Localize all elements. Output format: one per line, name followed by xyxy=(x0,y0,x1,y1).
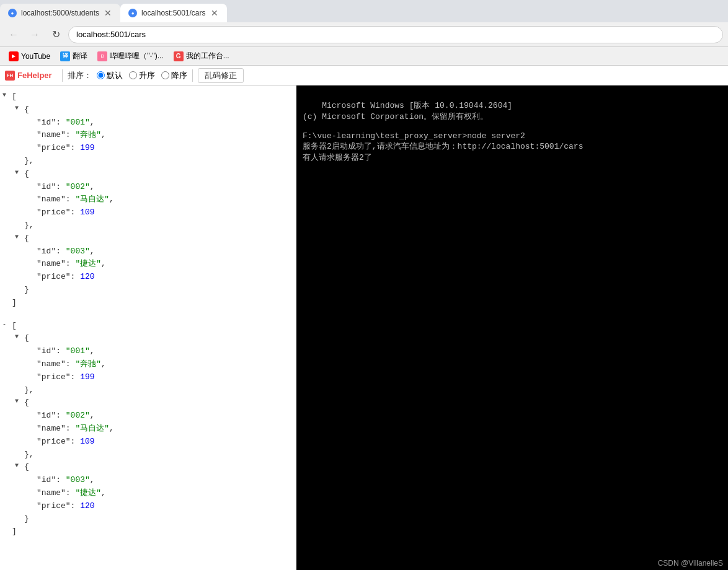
toggle-bottom-item-2[interactable]: ▼ xyxy=(15,397,22,406)
json-top-item-3-open: ▼ { xyxy=(2,232,294,245)
json-bottom-array-open: - [ xyxy=(2,320,294,333)
fehelper-brand-label: FeHelper xyxy=(17,71,52,80)
tab-cars[interactable]: ● localhost:5001/cars ✕ xyxy=(120,4,226,22)
json-bottom-item-1-price: "price": 199 xyxy=(2,371,294,384)
address-input[interactable] xyxy=(68,26,723,43)
json-bottom-item-1-id: "id": "001" , xyxy=(2,345,294,358)
toggle-top-item-1[interactable]: ▼ xyxy=(15,103,22,113)
json-top-array-close: ] xyxy=(2,297,294,310)
fehelper-radio-default-input[interactable] xyxy=(97,71,105,79)
bookmark-work[interactable]: G 我的工作台... xyxy=(170,50,233,63)
fehelper-radio-group: 默认 升序 降序 xyxy=(97,70,187,81)
bookmark-fanyi-label: 翻译 xyxy=(73,51,87,61)
main-area: ▼ [ ▼ { "id": "001" , "name": "奔驰" , xyxy=(0,86,728,570)
json-bottom-item-2-price: "price": 109 xyxy=(2,436,294,449)
toggle-top-item-3[interactable]: ▼ xyxy=(15,232,22,242)
json-top-item-2-close: } , xyxy=(2,219,294,232)
json-top-item-3-id: "id": "003" , xyxy=(2,245,294,258)
fehelper-radio-default-label: 默认 xyxy=(107,70,123,81)
json-bottom-item-3-price: "price": 120 xyxy=(2,500,294,513)
fehelper-radio-default[interactable]: 默认 xyxy=(97,70,123,81)
browser-content: ▼ [ ▼ { "id": "001" , "name": "奔驰" , xyxy=(0,86,296,570)
json-top-item-2-open: ▼ { xyxy=(2,168,294,181)
bookmark-bibi[interactable]: B 哔哩哔哩（"-")... xyxy=(94,50,167,63)
fehelper-divider-2 xyxy=(192,69,193,82)
toggle-bottom-array[interactable]: - xyxy=(2,320,10,330)
json-top-item-1-name: "name": "奔驰" , xyxy=(2,129,294,142)
tab-students[interactable]: ● localhost:5000/students ✕ xyxy=(0,4,120,22)
json-top-item-1-id: "id": "001" , xyxy=(2,116,294,129)
json-bottom-array-close: ] xyxy=(2,525,294,538)
json-top-item-3-name: "name": "捷达" , xyxy=(2,258,294,271)
fehelper-sort-label: 排序： xyxy=(68,70,92,81)
json-bottom-item-1-name: "name": "奔驰" , xyxy=(2,358,294,371)
json-top-item-3-price: "price": 120 xyxy=(2,271,294,284)
bookmarks-bar: ▶ YouTube 译 翻译 B 哔哩哔哩（"-")... G 我的工作台... xyxy=(0,47,728,66)
json-bottom-item-1-open: ▼ { xyxy=(2,332,294,345)
json-top-item-2-price: "price": 109 xyxy=(2,206,294,219)
section-gap xyxy=(2,310,294,320)
json-bottom-item-1-close: } , xyxy=(2,384,294,397)
students-favicon: ● xyxy=(7,8,17,18)
cmd-line-1: Microsoft Windows [版本 10.0.19044.2604] (… xyxy=(303,101,583,162)
fehelper-radio-desc-label: 降序 xyxy=(171,70,187,81)
fehelper-brand: FH FeHelper xyxy=(5,71,52,81)
bookmark-bibi-label: 哔哩哔哩（"-")... xyxy=(110,51,164,61)
bookmark-youtube[interactable]: ▶ YouTube xyxy=(5,50,54,63)
json-bottom-item-3-open: ▼ { xyxy=(2,461,294,474)
cmd-panel: Microsoft Windows [版本 10.0.19044.2604] (… xyxy=(296,86,728,570)
json-top-item-2-id: "id": "002" , xyxy=(2,181,294,194)
back-button[interactable]: ← xyxy=(5,26,22,43)
toggle-top-item-2[interactable]: ▼ xyxy=(15,168,22,178)
fehelper-radio-desc-input[interactable] xyxy=(161,71,169,79)
json-bottom-item-2-open: ▼ { xyxy=(2,397,294,410)
json-top-array-open: ▼ [ xyxy=(2,90,294,103)
json-top-item-2-name: "name": "马自达" , xyxy=(2,193,294,206)
json-top-item-3-close: } xyxy=(2,284,294,297)
json-top-item-1-close: } , xyxy=(2,155,294,168)
garbled-fix-button[interactable]: 乱码修正 xyxy=(198,68,244,83)
browser-chrome: ● localhost:5000/students ✕ ● localhost:… xyxy=(0,0,728,86)
json-top-item-1-price: "price": 199 xyxy=(2,142,294,155)
json-bottom-item-3-id: "id": "003" , xyxy=(2,474,294,487)
fehelper-radio-asc-label: 升序 xyxy=(139,70,155,81)
fehelper-radio-asc[interactable]: 升序 xyxy=(129,70,155,81)
tab-students-title: localhost:5000/students xyxy=(21,9,99,17)
tab-students-close[interactable]: ✕ xyxy=(103,8,113,18)
tab-bar: ● localhost:5000/students ✕ ● localhost:… xyxy=(0,0,728,22)
cars-favicon: ● xyxy=(128,8,138,18)
json-bottom-item-2-close: } , xyxy=(2,449,294,462)
tab-cars-close[interactable]: ✕ xyxy=(210,8,220,18)
fehelper-bar: FH FeHelper 排序： 默认 升序 降序 乱码修正 xyxy=(0,66,728,86)
toggle-bottom-item-3[interactable]: ▼ xyxy=(15,461,22,471)
youtube-icon: ▶ xyxy=(9,51,19,61)
address-bar-row: ← → ↻ xyxy=(0,22,728,47)
bookmark-work-label: 我的工作台... xyxy=(186,51,229,61)
toggle-bottom-item-1[interactable]: ▼ xyxy=(15,332,22,342)
toggle-top-array[interactable]: ▼ xyxy=(2,90,10,100)
bookmark-fanyi[interactable]: 译 翻译 xyxy=(56,50,91,63)
json-top-item-1-open: ▼ { xyxy=(2,103,294,116)
fehelper-radio-desc[interactable]: 降序 xyxy=(161,70,187,81)
refresh-button[interactable]: ↻ xyxy=(47,26,64,43)
fehelper-icon: FH xyxy=(5,71,15,81)
json-bottom-item-2-id: "id": "002" , xyxy=(2,410,294,423)
bibi-icon: B xyxy=(97,51,107,61)
json-section-top: ▼ [ ▼ { "id": "001" , "name": "奔驰" , xyxy=(2,90,294,310)
json-section-bottom: - [ ▼ { "id": "001" , "name": "奔驰" , xyxy=(2,320,294,539)
fehelper-radio-asc-input[interactable] xyxy=(129,71,137,79)
watermark: CSDN @VillanelleS xyxy=(658,559,723,568)
tab-cars-title: localhost:5001/cars xyxy=(141,9,205,17)
json-bottom-item-2-name: "name": "马自达" , xyxy=(2,423,294,436)
forward-button[interactable]: → xyxy=(26,26,43,43)
json-bottom-item-3-name: "name": "捷达" , xyxy=(2,487,294,500)
fehelper-divider-1 xyxy=(62,69,63,82)
json-bottom-item-3-close: } xyxy=(2,513,294,526)
work-icon: G xyxy=(174,51,184,61)
bookmark-youtube-label: YouTube xyxy=(21,52,50,61)
fanyi-icon: 译 xyxy=(60,51,70,61)
